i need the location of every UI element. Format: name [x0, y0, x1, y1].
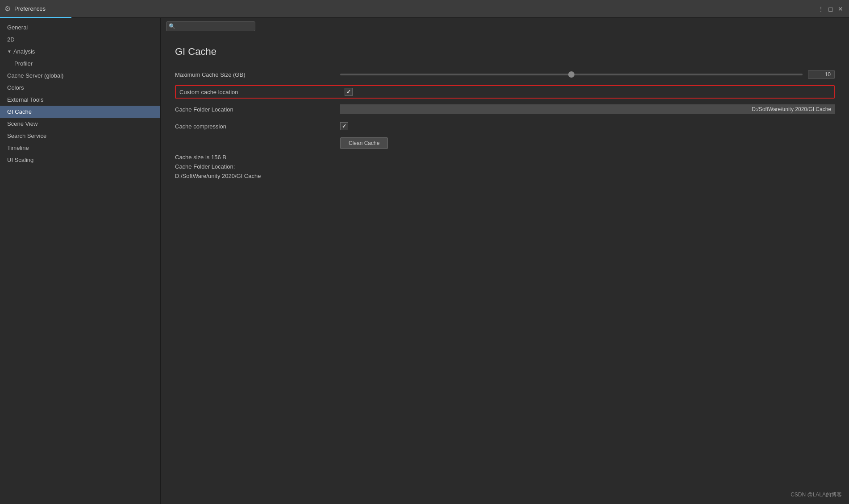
clean-cache-row: Clean Cache — [175, 137, 835, 149]
menu-button[interactable]: ⋮ — [817, 5, 825, 13]
cache-compression-checkbox[interactable]: ✓ — [340, 122, 348, 130]
sidebar-item-ui-scaling[interactable]: UI Scaling — [0, 154, 160, 166]
cache-folder-control — [340, 104, 835, 114]
triangle-icon: ▼ — [7, 49, 12, 54]
check-icon-2: ✓ — [342, 123, 346, 129]
sidebar-item-scene-view[interactable]: Scene View — [0, 118, 160, 130]
sidebar-item-label: Analysis — [13, 48, 35, 55]
check-icon: ✓ — [346, 89, 351, 95]
cache-compression-label: Cache compression — [175, 123, 340, 130]
sidebar-item-label: UI Scaling — [7, 157, 33, 163]
cache-size-text: Cache size is 156 B — [175, 154, 835, 161]
sidebar-item-timeline[interactable]: Timeline — [0, 142, 160, 154]
title-bar: ⚙ Preferences ⋮ ◻ ✕ — [0, 0, 849, 18]
clean-cache-control: Clean Cache — [340, 137, 835, 149]
content-area: 🔍 GI Cache Maximum Cache Size (GB) 10 — [161, 18, 849, 504]
cache-folder-input[interactable] — [340, 104, 835, 114]
title-underline — [0, 17, 71, 18]
max-cache-row: Maximum Cache Size (GB) 10 — [175, 68, 835, 81]
window-title: Preferences — [14, 5, 817, 12]
search-icon: 🔍 — [169, 23, 175, 29]
sidebar-item-general[interactable]: General — [0, 21, 160, 33]
sidebar-item-external-tools[interactable]: External Tools — [0, 94, 160, 106]
sidebar-item-label: 2D — [7, 36, 15, 43]
sidebar-item-label: Scene View — [7, 120, 37, 127]
custom-cache-label: Custom cache location — [179, 89, 345, 95]
cache-size-slider[interactable] — [340, 74, 803, 75]
sidebar-item-label: External Tools — [7, 96, 43, 103]
custom-cache-row: Custom cache location ✓ — [175, 85, 835, 99]
sidebar-item-label: Timeline — [7, 145, 29, 151]
watermark: CSDN @LALA的博客 — [791, 491, 842, 499]
sidebar-item-search-service[interactable]: Search Service — [0, 130, 160, 142]
sidebar-item-label: Search Service — [7, 132, 46, 139]
sidebar-item-label: Cache Server (global) — [7, 72, 63, 79]
sidebar-item-label: General — [7, 24, 28, 31]
sidebar-item-analysis[interactable]: ▼Analysis — [0, 45, 160, 58]
restore-button[interactable]: ◻ — [827, 5, 835, 13]
sidebar-item-colors[interactable]: Colors — [0, 82, 160, 94]
main-layout: General2D▼AnalysisProfilerCache Server (… — [0, 18, 849, 504]
max-cache-control: 10 — [340, 70, 835, 79]
sidebar: General2D▼AnalysisProfilerCache Server (… — [0, 18, 161, 504]
cache-size-value: 10 — [808, 70, 835, 79]
sidebar-item-label: GI Cache — [7, 108, 32, 115]
window-controls: ⋮ ◻ ✕ — [817, 5, 845, 13]
cache-folder-row: Cache Folder Location — [175, 103, 835, 116]
gi-cache-panel: GI Cache Maximum Cache Size (GB) 10 Cust… — [161, 35, 849, 504]
custom-cache-checkbox[interactable]: ✓ — [345, 88, 353, 96]
sidebar-item-profiler[interactable]: Profiler — [0, 58, 160, 70]
search-input[interactable] — [166, 21, 255, 31]
cache-compression-row: Cache compression ✓ — [175, 120, 835, 132]
slider-thumb[interactable] — [568, 71, 574, 78]
sidebar-item-label: Profiler — [14, 60, 33, 67]
cache-folder-location-value: D:/SoftWare/unity 2020/GI Cache — [175, 173, 835, 179]
search-input-wrap: 🔍 — [166, 21, 255, 31]
clean-cache-button[interactable]: Clean Cache — [340, 137, 388, 149]
sidebar-item-cache-server[interactable]: Cache Server (global) — [0, 70, 160, 82]
custom-cache-control: ✓ — [345, 88, 830, 96]
cache-folder-label: Cache Folder Location — [175, 106, 340, 113]
sidebar-item-gi-cache[interactable]: GI Cache — [0, 106, 160, 118]
search-bar: 🔍 — [161, 18, 849, 35]
panel-title: GI Cache — [175, 46, 835, 58]
close-button[interactable]: ✕ — [837, 5, 845, 13]
slider-row: 10 — [340, 70, 835, 79]
sidebar-item-label: Colors — [7, 84, 24, 91]
max-cache-label: Maximum Cache Size (GB) — [175, 71, 340, 78]
cache-compression-control: ✓ — [340, 122, 835, 130]
cache-folder-location-label: Cache Folder Location: — [175, 163, 835, 170]
gear-icon: ⚙ — [4, 4, 11, 13]
sidebar-item-2d[interactable]: 2D — [0, 33, 160, 45]
